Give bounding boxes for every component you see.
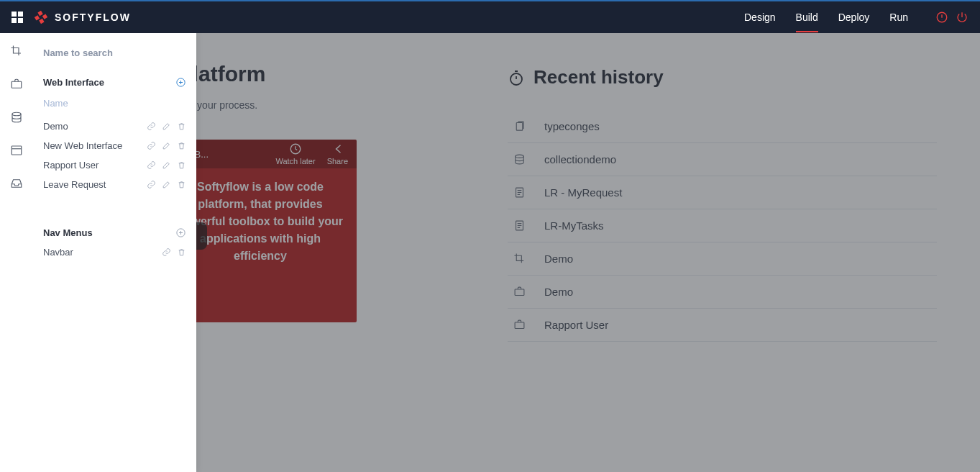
logo-mark-icon	[33, 9, 49, 25]
trash-icon[interactable]	[177, 141, 186, 150]
sidebar-item[interactable]: Demo	[33, 117, 196, 136]
link-icon[interactable]	[147, 141, 156, 150]
sidebar-item[interactable]: Rapport User	[33, 155, 196, 175]
header-icons	[935, 11, 968, 24]
section-header-web-interface: Web Interface	[33, 73, 196, 92]
sidebar-item[interactable]: Navbar	[33, 242, 196, 262]
sidebar-search-input[interactable]	[43, 43, 186, 63]
app-header: SOFTYFLOW Design Build Deploy Run	[0, 0, 980, 33]
power-icon[interactable]	[956, 11, 968, 24]
brand-logo[interactable]: SOFTYFLOW	[33, 9, 131, 25]
link-icon[interactable]	[147, 180, 156, 189]
header-left: SOFTYFLOW	[12, 9, 131, 25]
link-icon[interactable]	[147, 122, 156, 131]
rail-window-icon[interactable]	[10, 144, 23, 157]
item-actions	[147, 122, 186, 131]
nav-design[interactable]: Design	[744, 2, 776, 32]
item-label: Rapport User	[43, 160, 99, 171]
item-label: New Web Interface	[43, 140, 122, 151]
sidebar-item[interactable]: Leave Request	[33, 175, 196, 194]
link-icon[interactable]	[147, 160, 156, 170]
nav-deploy[interactable]: Deploy	[838, 2, 870, 32]
item-label: Demo	[43, 121, 68, 132]
trash-icon[interactable]	[177, 122, 186, 131]
item-actions	[147, 160, 186, 170]
edit-icon[interactable]	[162, 160, 171, 170]
header-nav: Design Build Deploy Run	[744, 2, 968, 32]
add-web-interface-icon[interactable]	[175, 77, 186, 88]
trash-icon[interactable]	[177, 248, 186, 257]
trash-icon[interactable]	[177, 160, 186, 170]
new-name-input[interactable]	[43, 95, 186, 112]
rail-crop-icon[interactable]	[10, 45, 23, 58]
edit-icon[interactable]	[162, 122, 171, 131]
section-title: Web Interface	[43, 77, 104, 88]
item-label: Leave Request	[43, 179, 106, 190]
edit-icon[interactable]	[162, 180, 171, 189]
item-actions	[147, 180, 186, 189]
section-title: Nav Menus	[43, 227, 93, 238]
item-label: Navbar	[43, 247, 73, 258]
rail-inbox-icon[interactable]	[10, 177, 23, 190]
rail-briefcase-icon[interactable]	[10, 78, 23, 91]
apps-grid-icon[interactable]	[12, 12, 23, 23]
item-actions	[147, 141, 186, 150]
sidebar-item[interactable]: New Web Interface	[33, 136, 196, 155]
item-actions	[162, 248, 186, 257]
rail-database-icon[interactable]	[10, 111, 23, 124]
link-icon[interactable]	[162, 248, 171, 257]
add-nav-menu-icon[interactable]	[175, 227, 186, 238]
nav-build[interactable]: Build	[796, 2, 818, 32]
alert-icon[interactable]	[935, 11, 948, 24]
edit-icon[interactable]	[162, 141, 171, 150]
sidebar-panel: Web Interface DemoNew Web InterfaceRappo…	[33, 33, 196, 472]
section-header-nav-menus: Nav Menus	[33, 223, 196, 242]
left-rail	[0, 33, 33, 472]
trash-icon[interactable]	[177, 180, 186, 189]
nav-run[interactable]: Run	[889, 2, 908, 32]
brand-text: SOFTYFLOW	[55, 12, 131, 23]
